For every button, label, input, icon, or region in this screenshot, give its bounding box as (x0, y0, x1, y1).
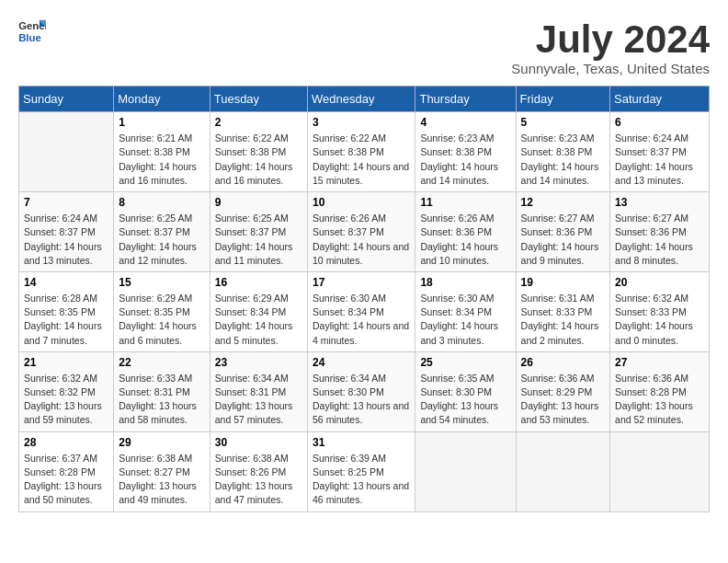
day-cell: 20 Sunrise: 6:32 AM Sunset: 8:33 PM Dayl… (610, 271, 710, 351)
day-number: 20 (615, 276, 704, 289)
day-cell (19, 112, 114, 192)
day-number: 9 (215, 196, 302, 209)
day-number: 7 (24, 196, 108, 209)
day-info: Sunrise: 6:29 AM Sunset: 8:35 PM Dayligh… (119, 292, 204, 348)
day-cell: 8 Sunrise: 6:25 AM Sunset: 8:37 PM Dayli… (114, 192, 210, 272)
day-number: 3 (313, 116, 410, 129)
day-cell: 28 Sunrise: 6:37 AM Sunset: 8:28 PM Dayl… (19, 431, 114, 511)
day-number: 1 (119, 116, 204, 129)
day-cell: 13 Sunrise: 6:27 AM Sunset: 8:36 PM Dayl… (610, 192, 710, 272)
col-header-monday: Monday (114, 86, 210, 112)
day-number: 6 (615, 116, 704, 129)
day-info: Sunrise: 6:21 AM Sunset: 8:38 PM Dayligh… (119, 132, 204, 188)
week-row-4: 21 Sunrise: 6:32 AM Sunset: 8:32 PM Dayl… (19, 351, 710, 431)
day-cell: 18 Sunrise: 6:30 AM Sunset: 8:34 PM Dayl… (415, 271, 516, 351)
day-cell: 14 Sunrise: 6:28 AM Sunset: 8:35 PM Dayl… (19, 271, 114, 351)
logo-icon: General Blue (18, 18, 46, 44)
day-cell: 16 Sunrise: 6:29 AM Sunset: 8:34 PM Dayl… (210, 271, 307, 351)
day-info: Sunrise: 6:34 AM Sunset: 8:31 PM Dayligh… (215, 372, 302, 428)
day-info: Sunrise: 6:28 AM Sunset: 8:35 PM Dayligh… (24, 292, 108, 348)
page-header: General Blue July 2024 Sunnyvale, Texas,… (18, 18, 710, 76)
day-cell: 27 Sunrise: 6:36 AM Sunset: 8:28 PM Dayl… (610, 351, 710, 431)
day-info: Sunrise: 6:37 AM Sunset: 8:28 PM Dayligh… (24, 452, 108, 508)
day-cell (516, 431, 610, 511)
day-cell: 12 Sunrise: 6:27 AM Sunset: 8:36 PM Dayl… (516, 192, 610, 272)
month-title: July 2024 (511, 18, 710, 61)
day-info: Sunrise: 6:33 AM Sunset: 8:31 PM Dayligh… (119, 372, 204, 428)
col-header-friday: Friday (516, 86, 610, 112)
day-number: 13 (615, 196, 704, 209)
day-number: 30 (215, 436, 302, 449)
day-info: Sunrise: 6:36 AM Sunset: 8:29 PM Dayligh… (521, 372, 606, 428)
day-number: 8 (119, 196, 204, 209)
day-info: Sunrise: 6:23 AM Sunset: 8:38 PM Dayligh… (521, 132, 606, 188)
location: Sunnyvale, Texas, United States (511, 61, 710, 76)
day-cell: 19 Sunrise: 6:31 AM Sunset: 8:33 PM Dayl… (516, 271, 610, 351)
day-number: 23 (215, 356, 302, 369)
day-info: Sunrise: 6:32 AM Sunset: 8:32 PM Dayligh… (24, 372, 108, 428)
day-info: Sunrise: 6:35 AM Sunset: 8:30 PM Dayligh… (420, 372, 510, 428)
day-cell: 30 Sunrise: 6:38 AM Sunset: 8:26 PM Dayl… (210, 431, 307, 511)
logo: General Blue (18, 18, 46, 44)
day-info: Sunrise: 6:29 AM Sunset: 8:34 PM Dayligh… (215, 292, 302, 348)
day-number: 26 (521, 356, 606, 369)
calendar-table: SundayMondayTuesdayWednesdayThursdayFrid… (18, 86, 710, 511)
day-cell: 21 Sunrise: 6:32 AM Sunset: 8:32 PM Dayl… (19, 351, 114, 431)
col-header-sunday: Sunday (19, 86, 114, 112)
day-number: 17 (313, 276, 410, 289)
day-number: 16 (215, 276, 302, 289)
col-header-saturday: Saturday (610, 86, 710, 112)
day-cell: 15 Sunrise: 6:29 AM Sunset: 8:35 PM Dayl… (114, 271, 210, 351)
day-number: 5 (521, 116, 606, 129)
day-cell: 17 Sunrise: 6:30 AM Sunset: 8:34 PM Dayl… (308, 271, 415, 351)
day-info: Sunrise: 6:30 AM Sunset: 8:34 PM Dayligh… (420, 292, 510, 348)
day-number: 25 (420, 356, 510, 369)
day-cell: 22 Sunrise: 6:33 AM Sunset: 8:31 PM Dayl… (114, 351, 210, 431)
day-info: Sunrise: 6:24 AM Sunset: 8:37 PM Dayligh… (24, 212, 108, 268)
day-info: Sunrise: 6:27 AM Sunset: 8:36 PM Dayligh… (615, 212, 704, 268)
day-cell: 4 Sunrise: 6:23 AM Sunset: 8:38 PM Dayli… (415, 112, 516, 192)
week-row-3: 14 Sunrise: 6:28 AM Sunset: 8:35 PM Dayl… (19, 271, 710, 351)
day-cell: 1 Sunrise: 6:21 AM Sunset: 8:38 PM Dayli… (114, 112, 210, 192)
day-cell: 29 Sunrise: 6:38 AM Sunset: 8:27 PM Dayl… (114, 431, 210, 511)
day-number: 12 (521, 196, 606, 209)
day-number: 24 (313, 356, 410, 369)
day-info: Sunrise: 6:24 AM Sunset: 8:37 PM Dayligh… (615, 132, 704, 188)
day-number: 14 (24, 276, 108, 289)
day-number: 21 (24, 356, 108, 369)
day-cell: 25 Sunrise: 6:35 AM Sunset: 8:30 PM Dayl… (415, 351, 516, 431)
day-info: Sunrise: 6:36 AM Sunset: 8:28 PM Dayligh… (615, 372, 704, 428)
day-cell (415, 431, 516, 511)
day-info: Sunrise: 6:34 AM Sunset: 8:30 PM Dayligh… (313, 372, 410, 428)
day-cell: 31 Sunrise: 6:39 AM Sunset: 8:25 PM Dayl… (308, 431, 415, 511)
day-cell: 5 Sunrise: 6:23 AM Sunset: 8:38 PM Dayli… (516, 112, 610, 192)
header-row: SundayMondayTuesdayWednesdayThursdayFrid… (19, 86, 710, 112)
day-info: Sunrise: 6:26 AM Sunset: 8:36 PM Dayligh… (420, 212, 510, 268)
day-cell: 9 Sunrise: 6:25 AM Sunset: 8:37 PM Dayli… (210, 192, 307, 272)
day-cell: 23 Sunrise: 6:34 AM Sunset: 8:31 PM Dayl… (210, 351, 307, 431)
day-number: 18 (420, 276, 510, 289)
day-info: Sunrise: 6:25 AM Sunset: 8:37 PM Dayligh… (119, 212, 204, 268)
week-row-5: 28 Sunrise: 6:37 AM Sunset: 8:28 PM Dayl… (19, 431, 710, 511)
day-cell: 26 Sunrise: 6:36 AM Sunset: 8:29 PM Dayl… (516, 351, 610, 431)
day-number: 2 (215, 116, 302, 129)
day-cell: 2 Sunrise: 6:22 AM Sunset: 8:38 PM Dayli… (210, 112, 307, 192)
day-info: Sunrise: 6:25 AM Sunset: 8:37 PM Dayligh… (215, 212, 302, 268)
day-number: 28 (24, 436, 108, 449)
day-info: Sunrise: 6:38 AM Sunset: 8:26 PM Dayligh… (215, 452, 302, 508)
day-info: Sunrise: 6:22 AM Sunset: 8:38 PM Dayligh… (215, 132, 302, 188)
col-header-tuesday: Tuesday (210, 86, 307, 112)
day-info: Sunrise: 6:27 AM Sunset: 8:36 PM Dayligh… (521, 212, 606, 268)
day-info: Sunrise: 6:22 AM Sunset: 8:38 PM Dayligh… (313, 132, 410, 188)
week-row-1: 1 Sunrise: 6:21 AM Sunset: 8:38 PM Dayli… (19, 112, 710, 192)
day-info: Sunrise: 6:23 AM Sunset: 8:38 PM Dayligh… (420, 132, 510, 188)
day-number: 11 (420, 196, 510, 209)
day-info: Sunrise: 6:32 AM Sunset: 8:33 PM Dayligh… (615, 292, 704, 348)
day-number: 31 (313, 436, 410, 449)
day-cell: 7 Sunrise: 6:24 AM Sunset: 8:37 PM Dayli… (19, 192, 114, 272)
svg-text:Blue: Blue (18, 32, 41, 43)
day-number: 29 (119, 436, 204, 449)
col-header-wednesday: Wednesday (308, 86, 415, 112)
day-info: Sunrise: 6:38 AM Sunset: 8:27 PM Dayligh… (119, 452, 204, 508)
col-header-thursday: Thursday (415, 86, 516, 112)
